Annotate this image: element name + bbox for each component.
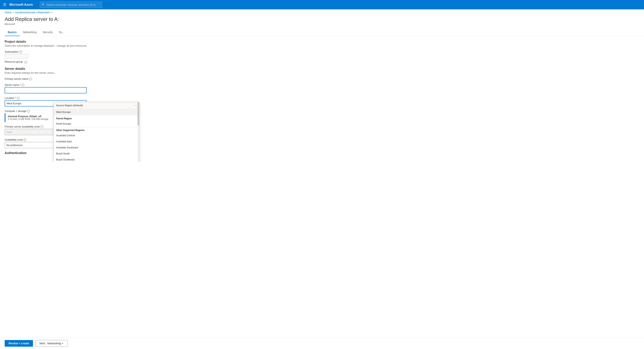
dropdown-item-australia-east[interactable]: Australia East <box>54 138 139 144</box>
page-subtitle: Microsoft <box>5 23 639 26</box>
dropdown-divider-2 <box>54 127 139 127</box>
server-name-group: Server name * i <box>5 84 144 93</box>
search-bar[interactable]: 🔍 <box>40 2 102 8</box>
location-info-icon[interactable]: i <box>17 97 20 99</box>
hamburger-icon[interactable]: ☰ <box>3 3 6 7</box>
availability-zone-value: No preference <box>6 144 22 147</box>
breadcrumb-sep1: > <box>13 11 14 14</box>
dropdown-scrollbar-track <box>138 102 139 162</box>
main-content: Project details Select the subscription … <box>0 36 148 162</box>
dropdown-item-brazil-southeast[interactable]: Brazil Southeast <box>54 157 139 162</box>
breadcrumb-link[interactable]: mysqlrwesteurope | Replication <box>15 11 50 14</box>
page-title: Add Replica server to A: <box>5 16 639 22</box>
server-details-desc: Enter required settings for this server,… <box>5 71 144 74</box>
server-details-title: Server details <box>5 67 144 71</box>
dropdown-divider-1 <box>54 115 139 116</box>
primary-availability-info-icon[interactable]: i <box>40 125 43 128</box>
location-value: West Europe <box>7 102 21 105</box>
server-name-info-icon[interactable]: i <box>22 84 24 86</box>
location-label: Location * i <box>5 97 144 99</box>
server-name-label: Server name * i <box>5 84 144 86</box>
resource-group-label: Resource group <box>5 60 23 63</box>
compute-storage-info-icon[interactable]: i <box>27 110 30 113</box>
dropdown-header-title: Source Region (Default) <box>56 104 83 107</box>
availability-zone-info-icon[interactable]: i <box>24 138 26 141</box>
primary-server-name-group: Primary server name i <box>5 77 144 80</box>
app-title: Microsoft Azure <box>9 3 33 7</box>
dropdown-item-australia-southeast[interactable]: Australia Southeast <box>54 144 139 151</box>
server-name-input[interactable] <box>5 87 86 93</box>
dropdown-other-header: Other Supported Regions <box>54 128 139 132</box>
search-icon: 🔍 <box>42 3 45 6</box>
search-input[interactable] <box>46 3 100 6</box>
breadcrumb-sep2: > <box>52 11 52 14</box>
tab-networking[interactable]: Networking <box>20 29 40 36</box>
dropdown-list: West Europe Paired Region North Europe O… <box>54 109 139 162</box>
subscription-label: Subscription i <box>5 50 144 53</box>
page-header: Add Replica server to A: Microsoft <box>0 16 644 29</box>
location-dropdown[interactable]: Source Region (Default) ··· West Europe … <box>54 102 139 162</box>
dropdown-scrollbar-thumb[interactable] <box>138 102 139 126</box>
top-bar: ☰ Microsoft Azure 🔍 <box>0 0 644 9</box>
project-details-section: Project details Select the subscription … <box>5 40 144 64</box>
breadcrumb-home[interactable]: Home <box>5 11 12 14</box>
primary-server-name-label: Primary server name i <box>5 77 144 80</box>
dropdown-header: Source Region (Default) ··· <box>54 102 139 109</box>
dropdown-item-north-europe[interactable]: North Europe <box>54 121 139 127</box>
dropdown-more-icon[interactable]: ··· <box>134 104 137 107</box>
server-name-required: * <box>20 84 21 86</box>
breadcrumb: Home > mysqlrwesteurope | Replication > <box>0 9 644 16</box>
subscription-info-icon[interactable]: i <box>20 51 22 53</box>
project-details-desc: Select the subscription to manage deploy… <box>5 44 144 47</box>
project-details-title: Project details <box>5 40 144 44</box>
dropdown-item-brazil-south[interactable]: Brazil South <box>54 151 139 157</box>
resource-group-info-icon[interactable]: i <box>24 61 27 64</box>
tab-tags[interactable]: Ta... <box>56 29 67 36</box>
dropdown-item-australia-central[interactable]: Australia Central <box>54 132 139 138</box>
primary-availability-value: none <box>6 131 12 134</box>
primary-server-info-icon[interactable]: i <box>29 78 32 80</box>
location-required: * <box>15 97 16 99</box>
dropdown-item-west-europe[interactable]: West Europe <box>54 109 139 115</box>
tab-basics[interactable]: Basics <box>5 29 20 36</box>
tab-security[interactable]: Security <box>40 29 56 36</box>
tabs: Basics Networking Security Ta... <box>0 29 644 36</box>
dropdown-paired-header: Paired Region <box>54 116 139 121</box>
